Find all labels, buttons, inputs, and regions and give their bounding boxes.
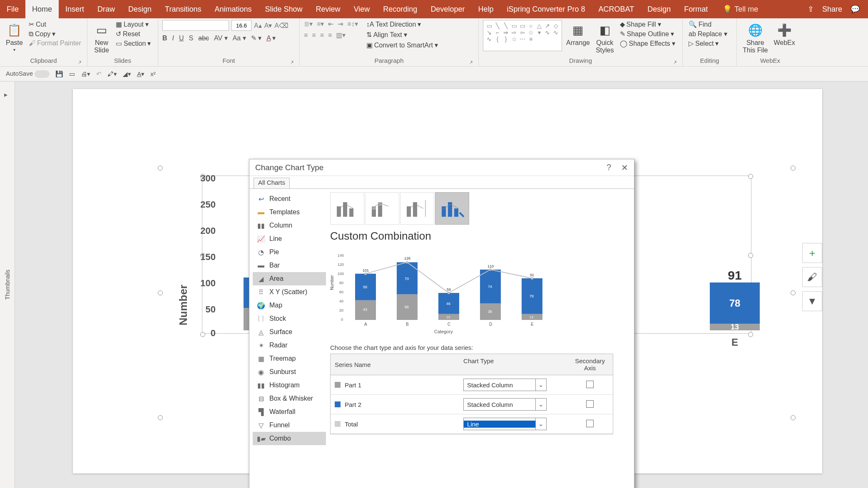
tab-developer[interactable]: Developer — [424, 0, 471, 18]
replace-button[interactable]: abReplace ▾ — [687, 30, 729, 38]
tab-chart-format[interactable]: Format — [677, 0, 714, 18]
increase-indent-button[interactable]: ⇥ — [338, 20, 343, 28]
tab-chart-design[interactable]: Design — [641, 0, 677, 18]
thumbnails-pane[interactable]: Thumbnails — [0, 82, 15, 488]
select-button[interactable]: ▷Select ▾ — [687, 39, 720, 48]
numbering-button[interactable]: ≡▾ — [317, 20, 324, 28]
highlight-button[interactable]: ✎ ▾ — [251, 34, 261, 42]
bold-button[interactable]: B — [162, 35, 167, 42]
shapes-gallery[interactable]: ▭╲╲▭▭○△↗ ◇↘⌐⇒⇨⇦☆▾ ∿∿∿{}☆⋯≡ — [483, 20, 562, 51]
clipboard-launcher[interactable]: ⭷ — [77, 59, 82, 65]
shape-fill-qat-icon[interactable]: ◢▾ — [123, 70, 131, 78]
align-right-button[interactable]: ≡ — [320, 32, 324, 39]
type-templates[interactable]: ▬Templates — [253, 206, 326, 219]
type-waterfall[interactable]: ▜Waterfall — [253, 405, 326, 419]
drawing-launcher[interactable]: ⭷ — [672, 59, 677, 65]
type-funnel[interactable]: ▽Funnel — [253, 419, 326, 432]
undo-icon[interactable]: ↶ — [96, 70, 102, 78]
tab-recording[interactable]: Recording — [376, 0, 424, 18]
shrink-font-icon[interactable]: A▾ — [264, 22, 272, 30]
comments-icon[interactable]: 💬 — [851, 5, 860, 14]
arrange-button[interactable]: ▦Arrange — [565, 20, 592, 47]
type-scatter[interactable]: ⠿X Y (Scatter) — [253, 285, 326, 299]
strike-button[interactable]: abc — [198, 35, 209, 42]
font-size-input[interactable] — [231, 20, 251, 31]
tab-acrobat[interactable]: ACROBAT — [592, 0, 641, 18]
shape-fill-button[interactable]: ◆Shape Fill ▾ — [618, 20, 677, 29]
type-combo[interactable]: ▮▰Combo — [253, 432, 326, 445]
columns-button[interactable]: ▥▾ — [336, 31, 346, 39]
tab-review[interactable]: Review — [309, 0, 347, 18]
type-column[interactable]: ▮▮Column — [253, 219, 326, 232]
part2-type-select[interactable]: Stacked Column⌄ — [463, 398, 547, 411]
close-icon[interactable]: ✕ — [621, 163, 628, 173]
chart-elements-button[interactable]: ＋ — [802, 243, 822, 263]
align-left-button[interactable]: ≡ — [304, 32, 308, 39]
subtype-3[interactable] — [400, 192, 434, 225]
text-direction-button[interactable]: ↕AText Direction ▾ — [365, 20, 440, 29]
ink-color-icon[interactable]: 🖍▾ — [107, 70, 117, 78]
chart-styles-button[interactable]: 🖌 — [802, 267, 822, 287]
grow-font-icon[interactable]: A▴ — [254, 22, 262, 30]
section-button[interactable]: ▭Section ▾ — [114, 39, 152, 48]
total-type-select[interactable]: Line⌄ — [463, 418, 547, 430]
help-icon[interactable]: ? — [607, 163, 611, 173]
new-slide-button[interactable]: ▭ New Slide — [92, 20, 112, 54]
part2-secondary-checkbox[interactable] — [586, 400, 594, 408]
find-button[interactable]: 🔍Find — [687, 20, 713, 29]
font-launcher[interactable]: ⭷ — [289, 59, 294, 65]
save-icon[interactable]: 💾 — [55, 70, 63, 78]
type-sunburst[interactable]: ◉Sunburst — [253, 365, 326, 379]
type-treemap[interactable]: ▦Treemap — [253, 352, 326, 365]
layout-button[interactable]: ▦Layout ▾ — [114, 20, 152, 29]
autosave-toggle[interactable]: AutoSave — [6, 70, 50, 78]
cut-button[interactable]: ✂Cut — [27, 20, 83, 29]
quick-styles-button[interactable]: ◧Quick Styles — [594, 20, 616, 54]
font-color-button[interactable]: A ▾ — [266, 34, 276, 42]
type-map[interactable]: 🌍Map — [253, 299, 326, 312]
copy-button[interactable]: ⧉Copy ▾ — [27, 30, 83, 38]
shadow-button[interactable]: S — [189, 35, 194, 42]
tab-transitions[interactable]: Transitions — [158, 0, 208, 18]
part1-type-select[interactable]: Stacked Column⌄ — [463, 379, 547, 391]
shape-outline-button[interactable]: ✎Shape Outline ▾ — [618, 30, 677, 38]
superscript-icon[interactable]: x² — [150, 70, 156, 77]
chart-filters-button[interactable]: ▼ — [802, 291, 822, 311]
type-line[interactable]: 📈Line — [253, 232, 326, 245]
italic-button[interactable]: I — [172, 35, 174, 42]
share-icon[interactable]: ⇪ — [808, 5, 814, 14]
type-boxwhisker[interactable]: ⊟Box & Whisker — [253, 392, 326, 405]
convert-smartart-button[interactable]: ▣Convert to SmartArt ▾ — [365, 41, 440, 50]
underline-button[interactable]: U — [179, 35, 184, 42]
shape-effects-button[interactable]: ◯Shape Effects ▾ — [618, 39, 677, 48]
tab-ispring[interactable]: iSpring Converter Pro 8 — [500, 0, 592, 18]
char-spacing-button[interactable]: AV ▾ — [214, 34, 228, 42]
tab-draw[interactable]: Draw — [91, 0, 122, 18]
paste-button[interactable]: 📋 Paste ▾ — [4, 20, 25, 52]
type-bar[interactable]: ▬Bar — [253, 259, 326, 272]
type-pie[interactable]: ◔Pie — [253, 245, 326, 259]
align-center-button[interactable]: ≡ — [312, 32, 316, 39]
type-radar[interactable]: ✶Radar — [253, 339, 326, 352]
type-stock[interactable]: ᛁᛁStock — [253, 312, 326, 325]
tab-file[interactable]: File — [0, 0, 25, 18]
tab-view[interactable]: View — [347, 0, 377, 18]
type-histogram[interactable]: ▮▮Histogram — [253, 379, 326, 392]
tab-insert[interactable]: Insert — [59, 0, 91, 18]
bullets-button[interactable]: ≣▾ — [304, 20, 313, 28]
subtype-4-custom[interactable] — [435, 192, 469, 225]
tab-design[interactable]: Design — [122, 0, 158, 18]
change-case-button[interactable]: Aa ▾ — [233, 34, 246, 42]
print-preview-icon[interactable]: 🖨▾ — [81, 70, 90, 78]
line-spacing-button[interactable]: ≡↕▾ — [347, 20, 358, 28]
decrease-indent-button[interactable]: ⇤ — [328, 20, 333, 28]
type-surface[interactable]: ◬Surface — [253, 325, 326, 339]
tab-all-charts[interactable]: All Charts — [254, 178, 290, 188]
align-text-button[interactable]: ⇅Align Text ▾ — [365, 30, 440, 39]
tab-help[interactable]: Help — [471, 0, 500, 18]
tab-slideshow[interactable]: Slide Show — [259, 0, 309, 18]
total-secondary-checkbox[interactable] — [586, 420, 594, 427]
touch-mode-icon[interactable]: ▭ — [69, 70, 75, 78]
reset-button[interactable]: ↺Reset — [114, 30, 152, 38]
font-color-qat-icon[interactable]: A▾ — [137, 70, 144, 78]
